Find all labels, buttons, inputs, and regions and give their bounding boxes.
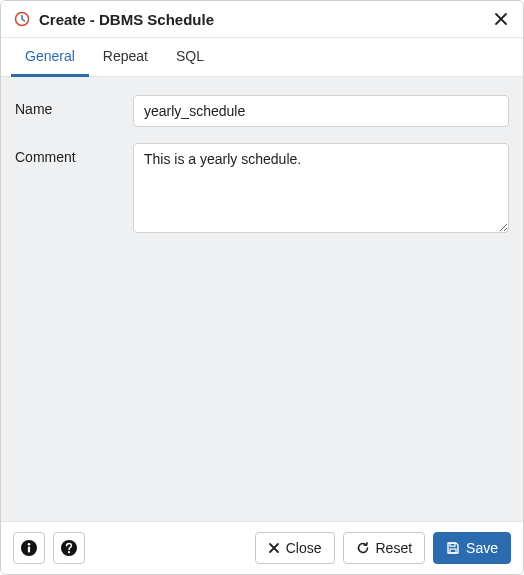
dialog-titlebar: Create - DBMS Schedule (1, 1, 523, 38)
tab-bar: General Repeat SQL (1, 38, 523, 77)
name-input[interactable] (133, 95, 509, 127)
save-button-label: Save (466, 540, 498, 556)
close-button-label: Close (286, 540, 322, 556)
reset-icon (356, 541, 370, 555)
info-button[interactable] (13, 532, 45, 564)
svg-point-5 (68, 551, 70, 553)
help-button[interactable] (53, 532, 85, 564)
tab-sql[interactable]: SQL (162, 38, 218, 77)
label-comment: Comment (15, 143, 133, 165)
svg-rect-3 (28, 547, 30, 553)
content-area: Name Comment (1, 77, 523, 521)
label-name: Name (15, 95, 133, 117)
reset-button[interactable]: Reset (343, 532, 426, 564)
question-icon (60, 539, 78, 557)
row-comment: Comment (15, 143, 509, 237)
dbms-schedule-dialog: Create - DBMS Schedule General Repeat SQ… (0, 0, 524, 575)
row-name: Name (15, 95, 509, 127)
clock-icon (13, 10, 31, 28)
svg-rect-7 (450, 549, 456, 553)
reset-button-label: Reset (376, 540, 413, 556)
svg-point-2 (28, 543, 31, 546)
save-icon (446, 541, 460, 555)
x-icon (268, 542, 280, 554)
save-button[interactable]: Save (433, 532, 511, 564)
close-button[interactable]: Close (255, 532, 335, 564)
tab-general[interactable]: General (11, 38, 89, 77)
dialog-title: Create - DBMS Schedule (39, 11, 491, 28)
comment-textarea[interactable] (133, 143, 509, 233)
close-icon[interactable] (491, 9, 511, 29)
info-icon (20, 539, 38, 557)
svg-rect-6 (450, 543, 455, 546)
dialog-footer: Close Reset Save (1, 521, 523, 574)
tab-repeat[interactable]: Repeat (89, 38, 162, 77)
